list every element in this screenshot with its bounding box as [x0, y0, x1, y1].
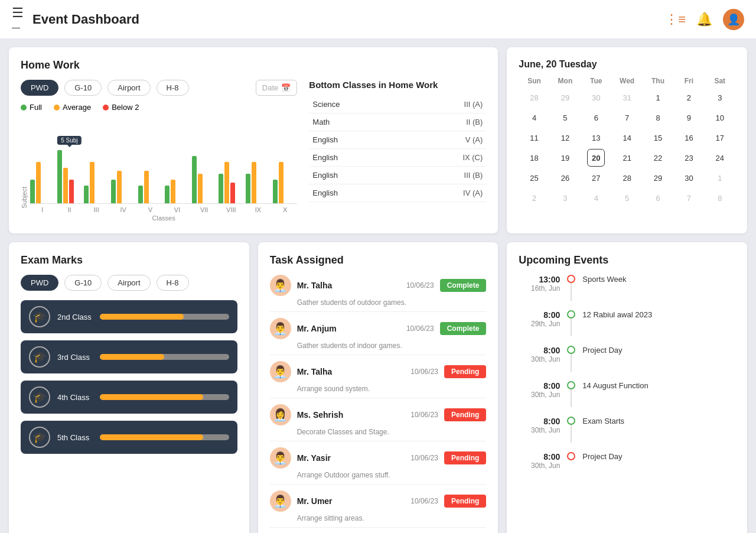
cal-day[interactable]: 30: [680, 169, 698, 187]
exam-filter-pwd[interactable]: PWD: [21, 275, 58, 291]
exam-marks-title: Exam Marks: [21, 254, 237, 266]
progress-item: 🎓 5th Class 80%: [21, 421, 237, 454]
date-input[interactable]: Date 📅: [256, 80, 297, 96]
task-info: Mr. Talha: [297, 281, 400, 290]
cal-day[interactable]: 22: [649, 149, 667, 167]
cal-day[interactable]: 3: [556, 189, 574, 207]
task-avatar: 👨‍💼: [270, 361, 291, 382]
bc-subject: Math: [309, 113, 408, 131]
cal-day[interactable]: 16: [680, 129, 698, 147]
legend-below2-label: Below 2: [112, 103, 139, 112]
cal-day[interactable]: 10: [711, 109, 729, 126]
task-status[interactable]: Pending: [444, 451, 486, 464]
task-desc: Decorate Classes and Stage.: [297, 428, 487, 436]
task-info: Ms. Sehrish: [297, 410, 405, 420]
cal-day[interactable]: 31: [618, 89, 636, 106]
event-connector: [567, 275, 575, 301]
cal-day[interactable]: 5: [618, 189, 636, 207]
event-time: 8:00 30th, Jun: [519, 381, 560, 399]
progress-icon: 🎓: [29, 346, 50, 368]
cal-day[interactable]: 13: [587, 129, 605, 147]
cal-day[interactable]: 11: [526, 129, 543, 147]
event-time-main: 8:00: [519, 381, 560, 391]
bc-class: V (A): [408, 131, 486, 149]
progress-icon: 🎓: [29, 306, 50, 327]
cal-day[interactable]: 29: [556, 89, 574, 106]
task-status[interactable]: Pending: [444, 408, 486, 421]
cal-day[interactable]: 2: [680, 89, 698, 106]
bar-green: [165, 186, 170, 203]
cal-day[interactable]: 4: [587, 189, 605, 207]
cal-day[interactable]: 3: [711, 89, 729, 106]
task-status[interactable]: Complete: [440, 279, 487, 292]
cal-day-header: Mon: [550, 77, 581, 85]
exam-filter-h8[interactable]: H-8: [157, 275, 189, 291]
cal-day[interactable]: 29: [649, 169, 667, 187]
cal-day[interactable]: 18: [526, 149, 543, 167]
legend-row: Full Average Below 2: [21, 103, 297, 112]
progress-bar-fill: 80%: [100, 394, 203, 400]
task-item-top: 👨‍💼 Mr. Talha 10/06/23 Complete: [270, 275, 487, 296]
filter-airport[interactable]: Airport: [107, 80, 150, 96]
cal-day[interactable]: 30: [587, 89, 605, 106]
header: ☰— Event Dashboard ⋮≡ 🔔 👤: [0, 0, 756, 38]
menu-icon[interactable]: ☰—: [12, 6, 24, 32]
progress-bar-bg: 50%: [100, 354, 229, 360]
legend-avg-label: Average: [63, 103, 91, 112]
cal-day[interactable]: 2: [526, 189, 543, 207]
exam-filter-airport[interactable]: Airport: [107, 275, 150, 291]
progress-icon: 🎓: [29, 386, 50, 408]
filter-h8[interactable]: H-8: [157, 80, 189, 96]
bar-group: 5 Subj: [57, 150, 82, 203]
notification-icon[interactable]: 🔔: [696, 12, 712, 27]
cal-day[interactable]: 28: [618, 169, 636, 187]
cal-day[interactable]: 8: [649, 109, 667, 126]
cal-day[interactable]: 23: [680, 149, 698, 167]
task-info: Mr. Umer: [297, 496, 405, 506]
progress-bar-fill: 80%: [100, 434, 203, 440]
cal-day[interactable]: 25: [526, 169, 543, 187]
cal-day[interactable]: 19: [556, 149, 574, 167]
cal-day[interactable]: 15: [649, 129, 667, 147]
list-icon[interactable]: ⋮≡: [665, 12, 686, 27]
cal-day[interactable]: 6: [587, 109, 605, 126]
bc-row: EnglishV (A): [309, 131, 486, 149]
filter-g10[interactable]: G-10: [64, 80, 102, 96]
bar-green: [111, 180, 116, 203]
task-status[interactable]: Complete: [440, 322, 487, 335]
cal-day[interactable]: 8: [711, 189, 729, 207]
event-name: Project Day: [582, 452, 622, 461]
task-date: 10/06/23: [410, 368, 438, 376]
cal-day[interactable]: 1: [649, 89, 667, 106]
cal-day[interactable]: 7: [618, 109, 636, 126]
cal-day[interactable]: 6: [649, 189, 667, 207]
chart-section: PWD G-10 Airport H-8 Date 📅 Full: [21, 80, 297, 222]
cal-day[interactable]: 21: [618, 149, 636, 167]
cal-day[interactable]: 26: [556, 169, 574, 187]
event-time-date: 30th, Jun: [519, 391, 560, 399]
task-desc: Arrange sound system.: [297, 385, 487, 393]
task-item: 👨‍💼 Mr. Talha 10/06/23 Complete Gather s…: [270, 275, 487, 312]
cal-day[interactable]: 17: [711, 129, 729, 147]
chart-wrapper: Subject 5 Subj IIIIIIIVVVIVIIVIIIIXX Cla…: [21, 121, 297, 222]
cal-day[interactable]: 12: [556, 129, 574, 147]
cal-day[interactable]: 1: [711, 169, 729, 187]
cal-day[interactable]: 14: [618, 129, 636, 147]
task-date: 10/06/23: [410, 497, 438, 505]
filter-pwd[interactable]: PWD: [21, 80, 58, 96]
cal-day[interactable]: 5: [556, 109, 574, 126]
cal-day[interactable]: 28: [526, 89, 543, 106]
bottom-classes-section: Bottom Classes in Home Work ScienceIII (…: [309, 80, 486, 222]
cal-day[interactable]: 27: [587, 169, 605, 187]
cal-day[interactable]: 7: [680, 189, 698, 207]
exam-filter-g10[interactable]: G-10: [64, 275, 102, 291]
task-status[interactable]: Pending: [444, 495, 486, 508]
avatar[interactable]: 👤: [723, 9, 744, 30]
cal-day[interactable]: 24: [711, 149, 729, 167]
legend-full-label: Full: [30, 103, 42, 112]
task-status[interactable]: Pending: [444, 365, 486, 378]
cal-day[interactable]: 20: [587, 149, 605, 167]
cal-day[interactable]: 9: [680, 109, 698, 126]
cal-day-header: Fri: [673, 77, 704, 85]
cal-day[interactable]: 4: [526, 109, 543, 126]
